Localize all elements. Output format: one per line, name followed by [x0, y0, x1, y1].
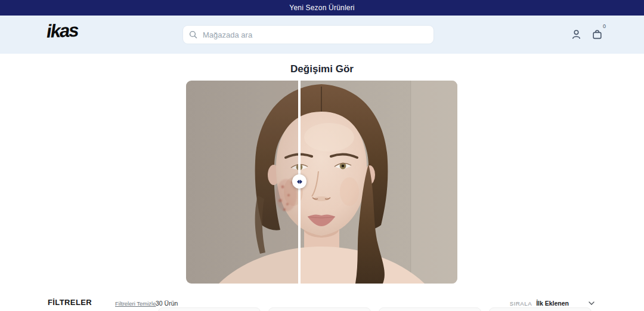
sort-label: SIRALA — [510, 300, 532, 307]
left-right-arrow-icon — [296, 179, 304, 184]
slider-handle-button[interactable] — [292, 174, 306, 189]
page-title: Değişimi Gör — [0, 63, 644, 75]
person-icon — [571, 29, 582, 40]
sort-dropdown[interactable]: SIRALA İlk Eklenen — [510, 300, 595, 307]
shopping-bag-icon — [592, 29, 603, 40]
account-button[interactable] — [568, 25, 584, 43]
sort-selected-value: İlk Eklenen — [536, 300, 569, 307]
page: Yeni Sezon Ürünleri ikas — [0, 0, 644, 311]
announcement-text: Yeni Sezon Ürünleri — [289, 4, 354, 12]
product-count: 30 Ürün — [156, 300, 178, 307]
filters-title: FİLTRELER — [48, 298, 92, 307]
announcement-bar: Yeni Sezon Ürünleri — [0, 0, 644, 16]
product-card[interactable] — [158, 307, 261, 311]
product-card[interactable] — [489, 307, 592, 311]
site-header: ikas 0 — [0, 16, 644, 54]
portrait-image — [186, 81, 457, 284]
product-card[interactable] — [268, 307, 371, 311]
product-card[interactable] — [379, 307, 481, 311]
search-bar[interactable] — [183, 26, 434, 44]
search-input[interactable] — [202, 30, 428, 40]
cart-count-badge: 0 — [603, 23, 606, 29]
chevron-down-icon — [589, 301, 595, 305]
header-actions: 0 — [568, 25, 605, 43]
search-icon — [189, 30, 197, 39]
cart-button[interactable]: 0 — [589, 25, 605, 43]
clear-filters-link[interactable]: Filtreleri Temizle — [115, 300, 156, 307]
brand-logo[interactable]: ikas — [46, 20, 78, 42]
before-after-slider[interactable] — [186, 81, 457, 284]
